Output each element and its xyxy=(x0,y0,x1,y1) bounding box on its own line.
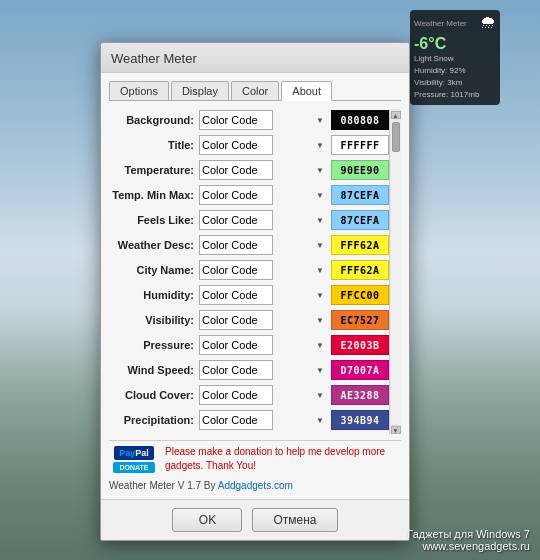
row-pressure: Pressure: Color Code E2003B xyxy=(109,334,389,356)
precipitation-type-select[interactable]: Color Code xyxy=(199,410,273,430)
precipitation-color-badge[interactable]: 394B94 xyxy=(331,410,389,430)
paypal-logo: PayPal xyxy=(114,446,154,460)
humidity-color-badge[interactable]: FFCC00 xyxy=(331,285,389,305)
row-cloud-cover: Cloud Cover: Color Code AE3288 xyxy=(109,384,389,406)
cloud-cover-type-select[interactable]: Color Code xyxy=(199,385,273,405)
addgadgets-link[interactable]: Addgadgets.com xyxy=(218,480,293,491)
row-precipitation: Precipitation: Color Code 394B94 xyxy=(109,409,389,431)
background-color-badge[interactable]: 080808 xyxy=(331,110,389,130)
scroll-down-button[interactable]: ▼ xyxy=(391,426,401,434)
title-bar: Weather Meter xyxy=(101,43,409,73)
tabs-container: Options Display Color About xyxy=(109,81,401,101)
window-content: Options Display Color About Background: … xyxy=(101,73,409,499)
taskbar-hint-line2: www.sevengadgets.ru xyxy=(407,540,530,552)
temp-minmax-type-select[interactable]: Color Code xyxy=(199,185,273,205)
widget-temp: -6°C xyxy=(414,35,496,53)
wind-speed-type-select[interactable]: Color Code xyxy=(199,360,273,380)
wind-speed-color-badge[interactable]: D7007A xyxy=(331,360,389,380)
cloud-cover-color-badge[interactable]: AE3288 xyxy=(331,385,389,405)
version-text: Weather Meter V 1.7 By xyxy=(109,480,218,491)
city-name-type-select[interactable]: Color Code xyxy=(199,260,273,280)
row-city-name: City Name: Color Code FFF62A xyxy=(109,259,389,281)
donate-label[interactable]: DONATE xyxy=(113,462,154,473)
tab-color[interactable]: Color xyxy=(231,81,279,100)
widget-header: Weather Meter 🌨 xyxy=(414,14,496,32)
title-type-select[interactable]: Color Code xyxy=(199,135,273,155)
tab-options[interactable]: Options xyxy=(109,81,169,100)
ok-button[interactable]: OK xyxy=(172,508,242,532)
visibility-type-select[interactable]: Color Code xyxy=(199,310,273,330)
scroll-track xyxy=(391,121,401,424)
paypal-button[interactable]: PayPal DONATE xyxy=(109,446,159,473)
cancel-button[interactable]: Отмена xyxy=(252,508,337,532)
donation-message: Please make a donation to help me develo… xyxy=(165,445,401,473)
tab-about[interactable]: About xyxy=(281,81,332,101)
scroll-up-button[interactable]: ▲ xyxy=(391,111,401,119)
row-humidity: Humidity: Color Code FFCC00 xyxy=(109,284,389,306)
background-type-select[interactable]: Color Code xyxy=(199,110,273,130)
city-name-color-badge[interactable]: FFF62A xyxy=(331,260,389,280)
widget-title: Weather Meter xyxy=(414,19,467,28)
scroll-thumb[interactable] xyxy=(392,122,400,152)
settings-window: Weather Meter Options Display Color Abou… xyxy=(100,42,410,541)
row-background: Background: Color Code 080808 xyxy=(109,109,389,131)
visibility-color-badge[interactable]: EC7527 xyxy=(331,310,389,330)
row-title: Title: Color Code FFFFFF xyxy=(109,134,389,156)
weather-widget: Weather Meter 🌨 -6°C Light Snow Humidity… xyxy=(410,10,500,105)
scrollbar[interactable]: ▲ ▼ xyxy=(389,109,401,434)
window-title: Weather Meter xyxy=(111,51,197,66)
weather-desc-color-badge[interactable]: FFF62A xyxy=(331,235,389,255)
row-visibility: Visibility: Color Code EC7527 xyxy=(109,309,389,331)
pressure-type-select[interactable]: Color Code xyxy=(199,335,273,355)
taskbar-hint-line1: Гаджеты для Windows 7 xyxy=(407,528,530,540)
row-weather-desc: Weather Desc: Color Code FFF62A xyxy=(109,234,389,256)
temperature-type-select[interactable]: Color Code xyxy=(199,160,273,180)
rows-list: Background: Color Code 080808 Title: Col… xyxy=(109,109,389,434)
taskbar-hint: Гаджеты для Windows 7 www.sevengadgets.r… xyxy=(407,528,530,552)
donation-area: PayPal DONATE Please make a donation to … xyxy=(109,440,401,477)
temperature-color-badge[interactable]: 90EE90 xyxy=(331,160,389,180)
row-temperature: Temperature: Color Code 90EE90 xyxy=(109,159,389,181)
row-wind-speed: Wind Speed: Color Code D7007A xyxy=(109,359,389,381)
tab-display[interactable]: Display xyxy=(171,81,229,100)
weather-desc-type-select[interactable]: Color Code xyxy=(199,235,273,255)
humidity-type-select[interactable]: Color Code xyxy=(199,285,273,305)
row-feels-like: Feels Like: Color Code 87CEFA xyxy=(109,209,389,231)
background-select-wrapper: Color Code xyxy=(199,110,327,130)
rows-area: Background: Color Code 080808 Title: Col… xyxy=(109,109,401,434)
pressure-color-badge[interactable]: E2003B xyxy=(331,335,389,355)
feels-like-type-select[interactable]: Color Code xyxy=(199,210,273,230)
row-temp-min-max: Temp. Min Max: Color Code 87CEFA xyxy=(109,184,389,206)
version-info: Weather Meter V 1.7 By Addgadgets.com xyxy=(109,480,401,491)
title-color-badge[interactable]: FFFFFF xyxy=(331,135,389,155)
temp-minmax-color-badge[interactable]: 87CEFA xyxy=(331,185,389,205)
widget-data: Light Snow Humidity: 92% Visibility: 3km… xyxy=(414,53,496,101)
feels-like-color-badge[interactable]: 87CEFA xyxy=(331,210,389,230)
footer-buttons: OK Отмена xyxy=(101,499,409,540)
